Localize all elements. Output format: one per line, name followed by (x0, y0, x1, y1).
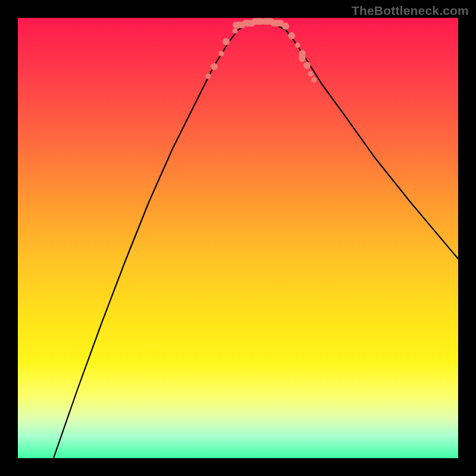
chart-frame: TheBottleneck.com (0, 0, 476, 476)
curve-marker (308, 71, 314, 77)
curve-marker (288, 32, 295, 39)
curve-marker (223, 38, 230, 45)
curve-marker (211, 63, 218, 70)
curve-marker (206, 74, 211, 79)
curve-marker (233, 29, 238, 34)
watermark-text: TheBottleneck.com (352, 4, 469, 18)
curve-marker (299, 50, 306, 62)
bottleneck-curve (54, 23, 458, 458)
curve-marker (219, 51, 224, 57)
curve-marker (312, 77, 317, 83)
curve-svg (18, 18, 458, 458)
curve-marker (303, 62, 311, 69)
curve-marker (282, 23, 289, 30)
plot-area (18, 18, 458, 458)
curve-marker (295, 43, 300, 48)
